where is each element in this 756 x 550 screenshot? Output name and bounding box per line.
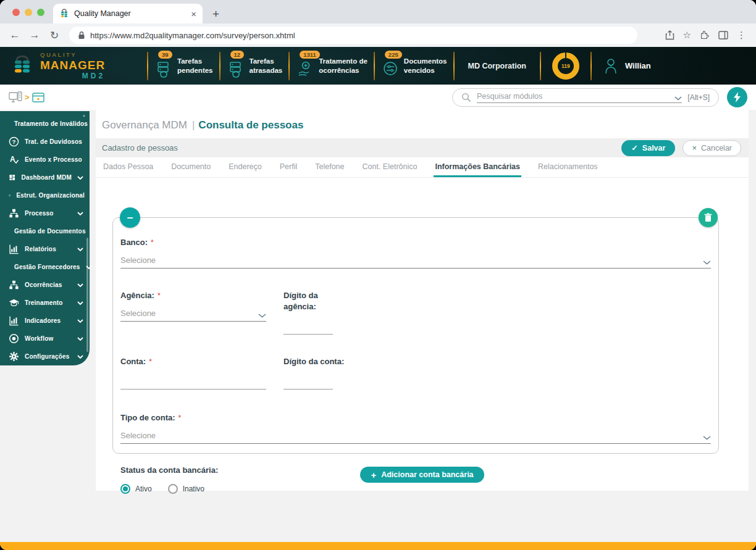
radio-inativo[interactable]: Inativo bbox=[168, 484, 204, 494]
browser-tab[interactable]: Quality Manager × bbox=[53, 4, 203, 23]
required-mark: * bbox=[151, 238, 154, 247]
badge-documentos-vencidos[interactable]: 225 Documentosvencidos bbox=[375, 47, 453, 85]
module-window-icon[interactable] bbox=[32, 93, 44, 102]
sidebar-item-relatorios[interactable]: Relatórios bbox=[0, 240, 90, 258]
browser-tabstrip: Quality Manager × + bbox=[0, 0, 756, 23]
back-icon[interactable]: ← bbox=[6, 29, 23, 41]
digito-agencia-input[interactable] bbox=[284, 320, 333, 335]
user-menu[interactable]: Willian bbox=[592, 57, 656, 75]
sidebar-item-workflow[interactable]: Workflow bbox=[0, 330, 90, 348]
chevron-down-icon[interactable] bbox=[674, 96, 682, 101]
tab-perfil[interactable]: Perfil bbox=[279, 162, 298, 177]
badge-tarefas-pendentes[interactable]: 39 Tarefaspendentes bbox=[148, 47, 219, 85]
search-area: Pesquisar módulos [Alt+S] bbox=[452, 87, 747, 107]
chevron-down-icon bbox=[258, 314, 266, 318]
tab-relacionamentos[interactable]: Relacionamentos bbox=[537, 162, 599, 177]
maximize-window-button[interactable] bbox=[37, 9, 44, 16]
sidebar-item-ocorrencias[interactable]: Ocorrências bbox=[0, 276, 90, 294]
header-divider bbox=[540, 52, 541, 80]
reload-icon[interactable]: ↻ bbox=[46, 29, 63, 42]
bar-chart-icon bbox=[9, 315, 19, 326]
delete-card-button[interactable] bbox=[699, 208, 718, 227]
badge-tratamento-ocorrencias[interactable]: 1311 Tratamento deocorrências bbox=[290, 47, 374, 85]
breadcrumb: Governança MDM|Consulta de pessoas bbox=[96, 110, 749, 138]
sidebar-item-trat-duvidosos[interactable]: ? Trat. de Duvidosos bbox=[0, 133, 90, 151]
tab-endereco[interactable]: Endereço bbox=[227, 162, 263, 177]
share-icon[interactable] bbox=[665, 30, 674, 40]
sidebar-item-processo[interactable]: Processo bbox=[0, 204, 90, 222]
url-field[interactable]: https://www.md2qualitymanager.com/survey… bbox=[69, 27, 637, 44]
logo-manager: MANAGER bbox=[40, 59, 105, 71]
required-mark: * bbox=[149, 357, 152, 366]
sidebar-item-tratamento-invalidos[interactable]: Tratamento de Inválidos bbox=[0, 115, 90, 133]
sidebar-item-gestao-fornecedores[interactable]: Gestão Fornecedores bbox=[0, 258, 90, 276]
sidebar-scrollbar[interactable] bbox=[86, 238, 88, 352]
gear-icon bbox=[9, 351, 19, 362]
search-input[interactable]: Pesquisar módulos bbox=[477, 92, 682, 103]
conta-input[interactable] bbox=[120, 375, 266, 390]
chevron-down-icon bbox=[703, 260, 711, 265]
field-agencia: Agência:* Selecione bbox=[120, 290, 266, 335]
sidebar-item-estrut-organizacional[interactable]: Estrut. Organizacional bbox=[0, 186, 90, 204]
required-mark: * bbox=[158, 291, 161, 300]
tab-close-icon[interactable]: × bbox=[191, 9, 196, 19]
collapse-card-button[interactable]: – bbox=[120, 207, 140, 228]
tab-telefone[interactable]: Telefone bbox=[314, 162, 345, 177]
sidebar-item-treinamento[interactable]: Treinamento bbox=[0, 294, 90, 312]
sidebar-item-configuracoes[interactable]: Configurações bbox=[0, 348, 90, 365]
sidebar-item-dashboard-mdm[interactable]: Dashboard MDM bbox=[0, 169, 90, 186]
breadcrumb-parent[interactable]: Governança MDM bbox=[102, 119, 187, 131]
sidebar-item-evento-processo[interactable]: A Evento x Processo bbox=[0, 151, 90, 169]
quick-action-button[interactable] bbox=[727, 87, 747, 107]
tab-dados-pessoa[interactable]: Dados Pessoa bbox=[102, 162, 154, 177]
favicon bbox=[59, 9, 69, 19]
hand-plus-icon bbox=[296, 59, 314, 78]
bank-account-card: – Banco:* Selecione bbox=[112, 217, 719, 454]
breadcrumb-separator: | bbox=[187, 119, 198, 131]
page-title: Consulta de pessoas bbox=[198, 119, 303, 131]
badge-count: 1311 bbox=[300, 51, 320, 59]
sidebar-item-gestao-documentos[interactable]: Gestão de Documentos bbox=[0, 222, 90, 240]
menu-dots-icon[interactable]: ⋮ bbox=[737, 30, 746, 41]
svg-text:?: ? bbox=[12, 139, 16, 145]
extensions-icon[interactable] bbox=[700, 30, 710, 40]
scroll-up-icon[interactable]: ▲ bbox=[82, 114, 86, 117]
sidebar-item-indicadores[interactable]: Indicadores bbox=[0, 312, 90, 330]
radio-selected-icon[interactable] bbox=[120, 484, 130, 494]
cancel-button[interactable]: × Cancelar bbox=[682, 140, 741, 156]
status-radio-group: Ativo Inativo bbox=[120, 484, 711, 494]
tasks-shield-icon bbox=[227, 59, 245, 78]
radio-unselected-icon[interactable] bbox=[168, 484, 178, 494]
monitor-list-icon[interactable] bbox=[9, 91, 22, 104]
tipo-conta-select[interactable]: Selecione bbox=[120, 431, 711, 444]
tab-informacoes-bancarias[interactable]: Informações Bancárias bbox=[434, 162, 521, 177]
save-button[interactable]: ✓ Salvar bbox=[621, 140, 675, 156]
app-logo[interactable]: QUALITY MANAGER MD2 bbox=[0, 52, 147, 80]
minimize-window-button[interactable] bbox=[25, 9, 32, 16]
check-icon: ✓ bbox=[631, 143, 637, 152]
close-window-button[interactable] bbox=[12, 9, 20, 16]
chevron-down-icon bbox=[77, 283, 83, 287]
bookmark-star-icon[interactable]: ☆ bbox=[683, 30, 691, 41]
badge-count: 12 bbox=[230, 51, 245, 59]
logo-md2: MD2 bbox=[40, 72, 105, 80]
agencia-select[interactable]: Selecione bbox=[120, 309, 266, 322]
trash-icon bbox=[704, 213, 712, 222]
a-check-icon: A bbox=[9, 154, 19, 165]
forward-icon[interactable]: → bbox=[26, 29, 43, 41]
side-panel-icon[interactable] bbox=[718, 31, 728, 40]
new-tab-button[interactable]: + bbox=[203, 7, 219, 23]
tab-cont-eletronico[interactable]: Cont. Eletrônico bbox=[361, 162, 419, 177]
tab-documento[interactable]: Documento bbox=[170, 162, 212, 177]
window-controls[interactable] bbox=[0, 9, 53, 23]
badge-tarefas-atrasadas[interactable]: 12 Tarefasatrasadas bbox=[220, 47, 289, 85]
chevron-down-icon bbox=[77, 301, 83, 305]
tab-bar: Dados Pessoa Documento Endereço Perfil T… bbox=[96, 157, 749, 178]
digito-conta-input[interactable] bbox=[284, 375, 333, 390]
score-gauge[interactable]: 119 bbox=[552, 52, 579, 80]
banco-select[interactable]: Selecione bbox=[120, 256, 711, 269]
search-placeholder: Pesquisar módulos bbox=[477, 92, 542, 101]
browser-urlbar: ← → ↻ https://www.md2qualitymanager.com/… bbox=[0, 23, 756, 47]
radio-ativo[interactable]: Ativo bbox=[120, 484, 152, 494]
module-search[interactable]: Pesquisar módulos [Alt+S] bbox=[452, 88, 719, 107]
